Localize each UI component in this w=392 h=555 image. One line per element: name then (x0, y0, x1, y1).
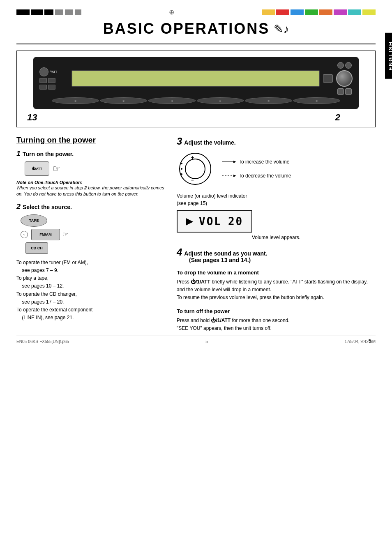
tape-source-btn: TAPE (21, 214, 47, 227)
svg-point-0 (180, 153, 211, 184)
device-row-1: ⁽/ATT (39, 62, 353, 95)
freq-btn-4: ④ (197, 97, 244, 104)
volume-level-number: 20 (228, 215, 243, 228)
volume-knob-svg: + – (177, 150, 214, 187)
freq-text-4: ④ (219, 99, 221, 102)
svg-marker-10 (233, 175, 236, 177)
color-bar-green (305, 9, 318, 15)
source-list: To operate the tuner (FM or AM), see pag… (16, 259, 164, 322)
page-title: BASIC OPERATIONS (103, 20, 270, 37)
step-4-header: 4 Adjust the sound as you want. (See pag… (177, 246, 376, 263)
page-container: ⊕ BASIC OPERATIONS ✎♪ ⁽/ATT (0, 0, 392, 352)
vol-indicator-ref: (see page 15) (177, 200, 207, 206)
device-right-btn-2 (345, 62, 352, 69)
bar-5 (65, 9, 73, 15)
arrow-to-increase (222, 160, 236, 164)
step-1-header: 1 Turn on the power. (16, 150, 164, 158)
note-box: Note on One-Touch Operation: When you se… (16, 180, 164, 198)
turn-off-title: To turn off the power (177, 308, 376, 314)
step-2-header: 2 Select the source. (16, 203, 164, 211)
right-column: 3 Adjust the volume. + – (177, 136, 376, 336)
volume-knob-section: + – (177, 150, 376, 187)
device-volume-knob (336, 70, 353, 87)
power-hand-icon: ☞ (53, 164, 61, 174)
title-icon: ✎♪ (274, 22, 289, 36)
cd-btn-row: CD CH (25, 242, 164, 254)
svg-marker-8 (233, 161, 236, 163)
step-3-header: 3 Adjust the volume. (177, 136, 376, 147)
section-title: Turning on the power (16, 136, 164, 145)
device-eject-btn (323, 74, 333, 83)
device-label-2: 2 (335, 112, 340, 123)
svg-point-5 (181, 168, 182, 170)
top-bar: ⊕ (16, 8, 376, 16)
step-4-number: 4 (177, 246, 182, 258)
note-title: Note on One-Touch Operation: (16, 180, 164, 185)
device-top-row: ⁽/ATT (39, 67, 68, 76)
color-bar-purple (334, 9, 347, 15)
power-button-illustration: ⏻/ATT ☞ (25, 161, 164, 176)
turn-off-text: Press and hold ⏻/1/ATT for more than one… (177, 317, 376, 332)
device-freq-row: ① ② ③ ④ ⑤ ⑥ (39, 97, 353, 104)
decrease-volume-label: To decrease the volume (239, 173, 291, 179)
title-divider (16, 44, 376, 44)
decrease-label-row: To decrease the volume (222, 173, 291, 179)
color-bar-red (276, 9, 289, 15)
freq-text-3: ③ (171, 99, 173, 102)
bar-6 (75, 9, 81, 15)
color-bar-cyan (348, 9, 361, 15)
cd-source-btn: CD CH (25, 242, 48, 254)
volume-indicator-text: Volume (or audio) level indicator (see p… (177, 192, 376, 207)
freq-btn-3: ③ (148, 97, 196, 104)
device-label-text: ⁽/ATT (50, 70, 57, 74)
drop-volume-text: Press ⏻/1/ATT briefly while listening to… (177, 278, 376, 302)
freq-btn-5: ⑤ (245, 97, 292, 104)
vol-arrow-left-icon: ▶ (186, 216, 193, 227)
footer-right: 17/5/04, 9:42 AM (344, 339, 376, 344)
right-color-bars (262, 9, 376, 15)
bar-4 (55, 9, 63, 15)
svg-point-4 (181, 163, 182, 164)
volume-display-area: ▶ VOL 20 (177, 210, 376, 233)
device-btn-row-2 (39, 85, 68, 90)
main-content: Turning on the power 1 Turn on the power… (16, 136, 376, 336)
freq-text-1: ① (74, 99, 76, 102)
note-bold-2: 2 (84, 185, 87, 190)
color-bar-lime (362, 9, 376, 15)
page-title-area: BASIC OPERATIONS ✎♪ (16, 20, 376, 37)
svg-text:+: + (191, 155, 194, 161)
source-item-4: To operate the external component (LINE … (16, 306, 164, 322)
source-item-3: To operate the CD changer, see pages 17 … (16, 290, 164, 306)
svg-point-1 (185, 159, 205, 179)
source-item-2: To play a tape, see pages 10 – 12. (16, 274, 164, 290)
device-btn-1 (39, 67, 48, 76)
bar-2 (31, 9, 43, 15)
source-item-1: To operate the tuner (FM or AM), see pag… (16, 259, 164, 274)
freq-text-6: ⑥ (316, 99, 318, 102)
device-right-btn-4 (345, 88, 352, 95)
footer-left: EN05-06KS-FX555[UN]f.p65 (16, 339, 69, 344)
volume-display-value: VOL (199, 215, 222, 228)
device-illustration: ⁽/ATT (33, 57, 359, 109)
note-text: When you select a source in step 2 below… (16, 185, 164, 198)
freq-btn-2: ② (100, 97, 148, 104)
fmam-btn-label: FM/AM (39, 233, 52, 237)
footer: EN05-06KS-FX555[UN]f.p65 5 17/5/04, 9:42… (16, 336, 376, 344)
device-btn-row (39, 78, 68, 83)
step-1-title: Turn on the power. (23, 151, 74, 157)
att-reference-1: ⏻/1/ATT (191, 279, 210, 285)
device-right-row1 (337, 62, 352, 69)
arrow-to-decrease (222, 174, 236, 178)
power-btn-group: ⏻/ATT ☞ (25, 161, 61, 176)
color-bar-orange (319, 9, 332, 15)
device-btn-a (39, 78, 47, 83)
step-1-number: 1 (16, 150, 21, 158)
device-left-controls: ⁽/ATT (39, 67, 68, 90)
fmam-source-btn: FM/AM (31, 229, 60, 240)
step-2-number: 2 (16, 203, 21, 211)
color-bar-blue (291, 9, 304, 15)
bar-1 (16, 9, 30, 15)
tape-btn-row: TAPE (21, 214, 164, 227)
freq-btn-1: ① (52, 97, 99, 104)
footer-center: 5 (205, 339, 208, 344)
